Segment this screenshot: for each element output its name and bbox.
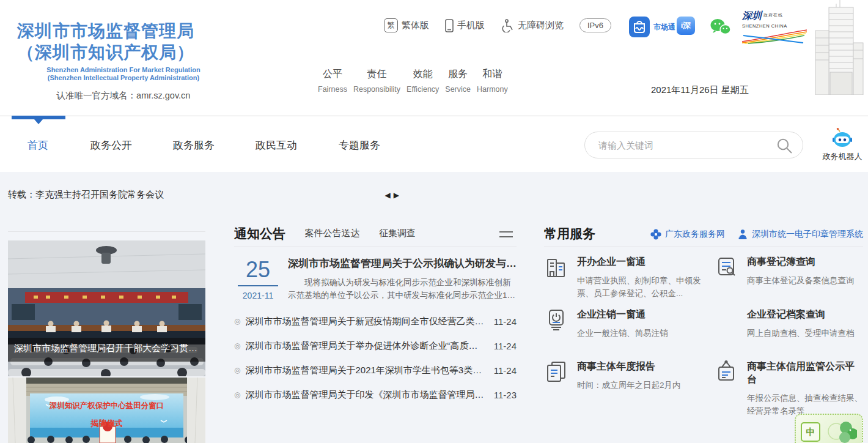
content: 转载：李克强主持召开国务院常务会议 ◀ ▶: [0, 172, 868, 443]
quick-links: 繁 繁体版 手机版 无障碍浏览 IPv6: [384, 18, 611, 32]
mobile-phone-icon: [445, 19, 454, 32]
nav-tab-services[interactable]: 政务服务: [173, 138, 215, 152]
current-date: 2021年11月26日 星期五: [651, 84, 749, 96]
notice-item[interactable]: ◎ 深圳市市场监督管理局关于举办促进体外诊断企业“高质量... 11-24: [234, 333, 517, 358]
rainbow-swoosh-icon: [742, 29, 807, 44]
blank-icon-space: [714, 307, 738, 332]
notice-item[interactable]: ◎ 深圳市市场监督管理局关于印发《深圳市市场监督管理局商... 11-23: [234, 382, 517, 407]
services-section: 常用服务 广东政务服务网: [544, 225, 863, 417]
value-item: 效能Efficiency: [406, 68, 439, 94]
nav-tab-home[interactable]: 首页: [28, 138, 48, 152]
notices-section: 通知公告 案件公告送达 征集调查 25 2021-11 深圳市市场监督管理局关于…: [234, 225, 517, 407]
banner-line2: 揭牌仪式: [8, 418, 205, 429]
company-cancel-icon: [544, 307, 568, 332]
services-header: 常用服务 广东政务服务网: [544, 225, 863, 247]
photo-caption: 深圳市市场监督管理局召开干部大会学习贯彻党的十...: [8, 338, 205, 362]
more-icon[interactable]: [499, 231, 513, 239]
ipv6-badge[interactable]: IPv6: [579, 18, 611, 32]
value-item: 公平Fairness: [318, 68, 347, 94]
service-archive-search[interactable]: 企业登记档案查询 网上自助查档、受理申请查档: [714, 307, 863, 359]
notice-item[interactable]: ◎ 深圳市市场监督管理局关于2021年深圳市学生书包等3类产... 11-24: [234, 358, 517, 382]
service-registry-search[interactable]: 商事登记簿查询 商事主体登记及备案信息查询: [714, 255, 863, 307]
search-icon[interactable]: [776, 138, 793, 154]
featured-title: 深圳市市场监督管理局关于公示拟确认为研发与标...: [288, 256, 517, 270]
bullet-icon: ◎: [234, 341, 240, 350]
services-title[interactable]: 常用服务: [544, 225, 595, 242]
headline-ticker: 转载：李克强主持召开国务院常务会议 ◀ ▶: [8, 189, 399, 201]
traditional-version-link[interactable]: 繁 繁体版: [384, 18, 429, 32]
promo-widget[interactable]: 中: [795, 414, 863, 443]
service-open-company[interactable]: 开办企业一窗通 申请营业执照、刻制印章、申领发票、员工参保登记、公积金...: [544, 255, 714, 307]
clover-leaves-icon: [825, 419, 857, 443]
services-grid: 开办企业一窗通 申请营业执照、刻制印章、申领发票、员工参保登记、公积金...: [544, 255, 863, 417]
site-title-english: Shenzhen Administration For Market Regul…: [17, 66, 230, 82]
site-header: 深圳市市场监督管理局 （深圳市知识产权局） Shenzhen Administr…: [0, 0, 868, 116]
credit-platform-icon: [714, 359, 738, 384]
robot-assistant[interactable]: 政务机器人: [820, 128, 864, 162]
company-open-icon: [544, 255, 568, 279]
pinwheel-icon: [650, 229, 661, 240]
shenzhen-china-logo[interactable]: 深圳 政府在线 SHENZHEN CHINA: [742, 10, 809, 47]
promo-widget-label: 中: [801, 422, 820, 442]
stamp-icon: [737, 229, 748, 240]
bullet-icon: ◎: [234, 317, 240, 326]
nav-tab-interaction[interactable]: 政民互动: [256, 138, 297, 152]
registry-search-icon: [714, 255, 738, 279]
wechat-link[interactable]: [709, 18, 731, 36]
accessibility-icon: [501, 19, 514, 32]
core-values: 公平Fairness 责任Responsibility 效能Efficiency…: [318, 68, 508, 94]
carousel-prev-icon[interactable]: ◀: [385, 191, 391, 199]
notices-header: 通知公告 案件公告送达 征集调查: [234, 225, 517, 247]
traditional-badge-icon: 繁: [384, 18, 398, 32]
market-app-label: 市场通: [653, 22, 675, 32]
accessibility-link[interactable]: 无障碍浏览: [501, 19, 564, 32]
bullet-icon: ◎: [234, 390, 240, 399]
wechat-icon: [709, 18, 731, 36]
featured-date: 25 2021-11: [234, 256, 282, 302]
news-photo-main[interactable]: 深圳市市场监督管理局召开干部大会学习贯彻党的十...: [8, 240, 205, 376]
i-shenzhen-app-icon[interactable]: i深: [677, 17, 695, 35]
service-credit-platform[interactable]: 商事主体信用监管公示平台 年报公示信息、抽查检查结果、经营异常名录等: [714, 359, 863, 417]
value-item: 和谐Harmony: [477, 68, 508, 94]
ticker-headline[interactable]: 转载：李克强主持召开国务院常务会议: [8, 189, 164, 201]
eseal-system-link[interactable]: 深圳市统一电子印章管理系统: [737, 229, 863, 240]
search-box: [584, 132, 803, 158]
notices-tab-survey[interactable]: 征集调查: [379, 228, 416, 238]
service-annual-report[interactable]: 商事主体年度报告 时间：成立周年之日起2月内: [544, 359, 714, 417]
robot-icon: [831, 128, 853, 147]
featured-summary: 现将拟确认为研发与标准化同步示范企业和深圳标准创新示范基地的单位予以公示，其中研…: [288, 276, 517, 302]
main-nav: 首页 政务公开 政务服务 政民互动 专题服务 政务机器人: [0, 116, 868, 172]
notices-tab-case-delivery[interactable]: 案件公告送达: [304, 228, 359, 238]
value-item: 服务Service: [445, 68, 471, 94]
search-input[interactable]: [585, 132, 803, 158]
annual-report-icon: [544, 359, 568, 384]
mobile-version-link[interactable]: 手机版: [445, 19, 485, 32]
notice-list: ◎ 深圳市市场监督管理局关于新冠疫情期间全市仅经营乙类非... 11-24 ◎ …: [234, 309, 517, 407]
nav-tab-topics[interactable]: 专题服务: [339, 138, 380, 152]
robot-label: 政务机器人: [820, 151, 864, 162]
carousel-divider: [8, 231, 205, 232]
building-sketch: [811, 0, 867, 95]
bullet-icon: ◎: [234, 366, 240, 374]
site-title: 深圳市市场监督管理局 （深圳市知识产权局）: [17, 20, 230, 63]
banner-line1: 深圳知识产权保护中心盐田分窗口: [8, 401, 205, 411]
notice-item[interactable]: ◎ 深圳市市场监督管理局关于新冠疫情期间全市仅经营乙类非... 11-24: [234, 309, 517, 333]
service-company-cancel[interactable]: 企业注销一窗通 企业一般注销、简易注销: [544, 307, 714, 359]
photo-carousel: 深圳市市场监督管理局召开干部大会学习贯彻党的十...: [8, 231, 205, 443]
news-photo-secondary[interactable]: 深圳知识产权保护中心盐田分窗口 揭牌仪式: [8, 378, 205, 443]
page: 深圳市市场监督管理局 （深圳市知识产权局） Shenzhen Administr…: [0, 0, 868, 443]
official-domain-note: 认准唯一官方域名：amr.sz.gov.cn: [17, 90, 230, 102]
value-item: 责任Responsibility: [353, 68, 400, 94]
market-app-link[interactable]: 市场通: [628, 16, 675, 38]
market-app-icon: [628, 16, 650, 38]
gd-gov-service-link[interactable]: 广东政务服务网: [650, 229, 725, 240]
carousel-next-icon[interactable]: ▶: [394, 191, 399, 199]
nav-tab-disclosure[interactable]: 政务公开: [90, 138, 132, 152]
notices-title[interactable]: 通知公告: [234, 225, 285, 242]
site-logo[interactable]: 深圳市市场监督管理局 （深圳市知识产权局） Shenzhen Administr…: [17, 20, 230, 102]
active-tab-arrow: [34, 119, 43, 124]
featured-notice[interactable]: 25 2021-11 深圳市市场监督管理局关于公示拟确认为研发与标... 现将拟…: [234, 256, 517, 302]
